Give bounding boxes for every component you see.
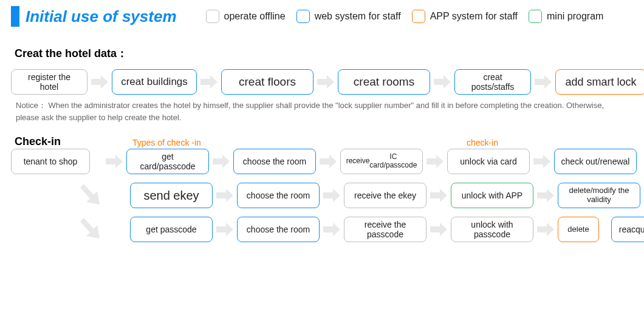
- section1-notice: Notice： When the administrator creates t…: [16, 100, 628, 123]
- legend-label: web system for staff: [315, 11, 401, 22]
- flow-box: creat buildings: [112, 69, 197, 95]
- flow-box: unlock with APP: [451, 183, 533, 208]
- flow-box: send ekey: [130, 183, 213, 208]
- flow-box: get card/passcode: [126, 149, 209, 174]
- flow-box: receive the passcode: [344, 217, 426, 242]
- header: Initial use of system operate offline we…: [11, 6, 633, 27]
- flow-box: receiveIC card/passcode: [340, 149, 423, 174]
- flow-box: register the hotel: [11, 69, 87, 95]
- flow-box: delete: [558, 217, 599, 242]
- arrow-right-icon: [537, 223, 554, 236]
- flow-box: delete/modify the validity: [558, 183, 640, 208]
- section2: Check-in Types of check -in check-in ten…: [11, 138, 633, 242]
- legend-box-app-icon: [412, 10, 425, 23]
- flow-box: creat posts/staffs: [454, 69, 531, 95]
- legend-box-offline-icon: [206, 10, 219, 23]
- arrow-right-icon: [317, 75, 334, 89]
- legend-box-mini-icon: [529, 10, 542, 23]
- arrow-right-icon: [320, 155, 337, 168]
- flow-box: get passcode: [130, 217, 213, 242]
- section1-title: Creat the hotel data：: [15, 46, 633, 61]
- arrow-right-icon: [216, 223, 233, 236]
- arrow-diagonal-icon: [78, 183, 102, 208]
- flow-box: reacquire: [611, 217, 644, 242]
- flow-box: creat rooms: [338, 69, 430, 95]
- checkin-row: send ekeychoose the roomreceive the ekey…: [11, 183, 633, 208]
- flow-box: choose the room: [237, 217, 320, 242]
- legend-label: operate offline: [224, 11, 286, 22]
- arrow-right-icon: [106, 155, 123, 168]
- arrow-right-icon: [91, 75, 108, 89]
- arrow-diagonal-icon: [78, 217, 102, 242]
- legend-box-web-icon: [296, 10, 310, 23]
- arrow-right-icon: [430, 223, 447, 236]
- arrow-right-icon: [323, 189, 340, 202]
- legend-item-web: web system for staff: [296, 10, 401, 23]
- arrow-right-icon: [213, 155, 230, 168]
- arrow-right-icon: [200, 75, 218, 89]
- flow-box: add smart lock: [555, 69, 644, 95]
- flow-box: check out/renewal: [554, 149, 637, 174]
- page-title: Initial use of system: [26, 7, 177, 26]
- flow-box: choose the room: [233, 149, 316, 174]
- section2-rows: tenant to shopget card/passcodechoose th…: [11, 149, 633, 242]
- checkin-row: get passcodechoose the roomreceive the p…: [11, 217, 633, 242]
- tenant-box: tenant to shop: [11, 149, 90, 174]
- arrow-right-icon: [323, 223, 340, 236]
- flow-box: creat floors: [221, 69, 313, 95]
- section1-flow: register the hotelcreat buildingscreat f…: [11, 69, 633, 95]
- arrow-right-icon: [434, 75, 451, 89]
- flow-box: unlock with passcode: [451, 217, 533, 242]
- annot-checkin: check-in: [467, 138, 498, 147]
- flow-box: choose the room: [237, 183, 320, 208]
- title-accent-bar: [11, 6, 19, 27]
- page-title-wrap: Initial use of system: [11, 6, 177, 27]
- flow-box: unlock via card: [447, 149, 530, 174]
- annot-types-checkin: Types of check -in: [132, 138, 201, 147]
- flow-box: receive the ekey: [344, 183, 426, 208]
- legend-label: APP system for staff: [430, 11, 518, 22]
- arrow-right-icon: [535, 75, 552, 89]
- section2-title: Check-in: [15, 135, 61, 148]
- checkin-row: tenant to shopget card/passcodechoose th…: [11, 149, 633, 174]
- arrow-right-icon: [426, 155, 444, 168]
- legend-item-offline: operate offline: [206, 10, 286, 23]
- legend-label: mini program: [547, 11, 603, 22]
- arrow-right-icon: [533, 155, 550, 168]
- legend-item-mini: mini program: [529, 10, 603, 23]
- arrow-right-icon: [537, 189, 554, 202]
- arrow-right-icon: [216, 189, 233, 202]
- arrow-right-icon: [430, 189, 447, 202]
- legend-item-app: APP system for staff: [412, 10, 518, 23]
